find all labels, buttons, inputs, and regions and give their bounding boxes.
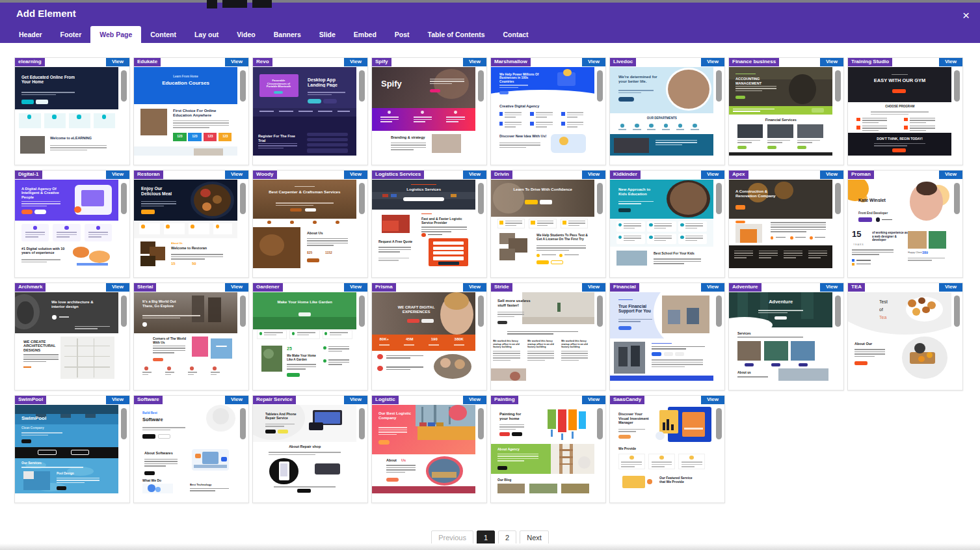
tab-contact[interactable]: Contact (494, 26, 537, 43)
thumbnail-scrollbar[interactable] (121, 183, 127, 214)
thumbnail-scrollbar[interactable] (121, 70, 127, 102)
thumb-shape-c (190, 366, 194, 370)
page-button-1[interactable]: 1 (477, 530, 495, 545)
thumbnail-scrollbar[interactable] (121, 408, 127, 439)
view-button[interactable]: View (225, 171, 248, 179)
view-button[interactable]: View (701, 283, 724, 292)
view-button[interactable]: View (939, 58, 962, 66)
tab-banners[interactable]: Banners (265, 26, 310, 43)
thumbnail-scrollbar[interactable] (359, 70, 365, 102)
thumbnail-scrollbar[interactable] (716, 408, 722, 439)
view-button[interactable]: View (344, 171, 367, 179)
view-button[interactable]: View (463, 171, 486, 179)
thumbnail-scrollbar[interactable] (597, 296, 603, 327)
thumbnail-scrollbar[interactable] (240, 70, 246, 102)
thumbnail-scrollbar[interactable] (121, 296, 127, 327)
tab-slide[interactable]: Slide (310, 26, 345, 43)
thumbnail-scrollbar[interactable] (478, 408, 484, 439)
thumb-shape-r (15, 447, 118, 458)
view-button[interactable]: View (106, 396, 129, 404)
thumb-shape-c (559, 254, 563, 257)
view-button[interactable]: View (106, 283, 129, 292)
thumbnail-scrollbar[interactable] (597, 183, 603, 214)
view-button[interactable]: View (225, 283, 248, 292)
thumbnail-scrollbar[interactable] (716, 296, 722, 327)
view-button[interactable]: View (582, 396, 605, 404)
template-card-tea: TEAViewTestofTeaAbout Our (847, 282, 963, 391)
view-button[interactable]: View (463, 283, 486, 292)
next-button[interactable]: Next (520, 530, 549, 545)
tab-table-of-contents[interactable]: Table of Contents (419, 26, 494, 43)
thumbnail-scrollbar[interactable] (240, 296, 246, 327)
thumb-shape-c (647, 479, 652, 484)
thumb-shape-tx: We Help Students To Pass Test & Get A Li… (536, 233, 590, 241)
view-button[interactable]: View (582, 58, 605, 66)
tab-video[interactable]: Video (228, 26, 264, 43)
thumb-shape-ln (21, 201, 60, 208)
thumb-shape-ln (682, 461, 702, 469)
thumb-shape-b (142, 434, 156, 439)
view-button[interactable]: View (820, 58, 843, 66)
thumbnail-scrollbar[interactable] (359, 183, 365, 214)
thumbnail-scrollbar[interactable] (835, 70, 841, 102)
tab-web-page[interactable]: Web Page (90, 26, 141, 43)
thumb-shape-b (551, 260, 563, 264)
thumbnail-scrollbar[interactable] (716, 70, 722, 102)
view-button[interactable]: View (344, 396, 367, 404)
thumb-shape-r (579, 411, 586, 429)
thumbnail-scrollbar[interactable] (478, 296, 484, 327)
card-top-bar: FinancialView (610, 283, 724, 292)
view-button[interactable]: View (463, 396, 486, 404)
thumbnail-scrollbar[interactable] (597, 408, 603, 439)
thumbnail-scrollbar[interactable] (478, 183, 484, 214)
tab-lay-out[interactable]: Lay out (185, 26, 228, 43)
thumbnail-scrollbar-track (594, 180, 605, 268)
view-button[interactable]: View (225, 396, 248, 404)
view-button[interactable]: View (820, 171, 843, 179)
previous-button[interactable]: Previous (431, 530, 473, 545)
view-button[interactable]: View (106, 58, 129, 66)
view-button[interactable]: View (939, 171, 962, 179)
tab-footer[interactable]: Footer (51, 26, 91, 43)
thumbnail-scrollbar[interactable] (835, 183, 841, 214)
view-button[interactable]: View (939, 283, 962, 292)
thumb-shape-r (561, 433, 563, 441)
thumb-row: Favorable Circumstances of Portable Blue… (253, 67, 367, 156)
view-button[interactable]: View (820, 283, 843, 292)
thumb-shape-b (158, 434, 170, 439)
close-icon[interactable]: × (962, 9, 970, 21)
thumbnail-scrollbar[interactable] (359, 296, 365, 327)
thumbnail-scrollbar[interactable] (954, 296, 960, 327)
thumb-shape-r (208, 297, 220, 322)
thumbnail-scrollbar[interactable] (240, 408, 246, 439)
thumbnail-scrollbar[interactable] (954, 183, 960, 214)
template-thumbnail: Tabletes And Phone Repair ServiceAbout R… (253, 405, 356, 493)
thumbnail-scrollbar[interactable] (597, 70, 603, 102)
thumb-shape-c (313, 221, 316, 224)
view-button[interactable]: View (701, 58, 724, 66)
thumbnail-scrollbar[interactable] (835, 296, 841, 327)
view-button[interactable]: View (701, 396, 724, 404)
template-card-proman: PromanViewKate WinsletFront End Develope… (847, 170, 963, 278)
thumb-row: Discover Your Visual Investment ManagerW… (610, 405, 724, 493)
thumbnail-scrollbar[interactable] (478, 70, 484, 102)
thumbnail-scrollbar[interactable] (716, 183, 722, 214)
view-button[interactable]: View (106, 171, 129, 179)
view-button[interactable]: View (463, 58, 486, 66)
view-button[interactable]: View (582, 283, 605, 292)
view-button[interactable]: View (701, 171, 724, 179)
tab-content[interactable]: Content (141, 26, 185, 43)
view-button[interactable]: View (582, 171, 605, 179)
view-button[interactable]: View (344, 58, 367, 66)
view-button[interactable]: View (344, 283, 367, 292)
page-button-2[interactable]: 2 (498, 530, 516, 545)
thumbnail-scrollbar[interactable] (240, 183, 246, 214)
thumbnail-scrollbar[interactable] (954, 70, 960, 102)
tab-embed[interactable]: Embed (345, 26, 386, 43)
tab-header[interactable]: Header (10, 26, 51, 43)
view-button[interactable]: View (225, 58, 248, 66)
tab-post[interactable]: Post (386, 26, 419, 43)
thumb-shape-ln (378, 247, 412, 254)
thumbnail-scrollbar[interactable] (359, 408, 365, 439)
thumb-shape-c (912, 308, 921, 316)
